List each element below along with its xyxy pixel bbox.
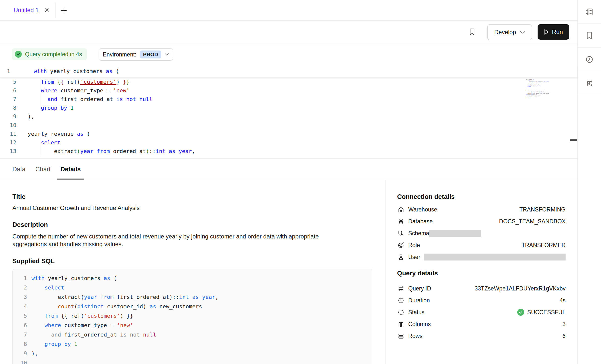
code-line: 4 count(distinct customer_id) as new_cus…: [16, 302, 372, 311]
connection-details-heading: Connection details: [397, 193, 566, 201]
schema-icon: [397, 230, 405, 237]
code-line: 8 group by 1: [0, 104, 195, 112]
detail-row: RoleTRANSFORMER: [397, 239, 566, 251]
line-number: 9: [16, 349, 29, 358]
new-tab-button[interactable]: [59, 5, 69, 15]
detail-value: SUCCESSFUL: [517, 309, 566, 316]
line-number: 5: [16, 311, 29, 321]
chevron-down-icon: [520, 31, 525, 34]
detail-value: TRANSFORMER: [521, 242, 566, 249]
detail-row: Duration4s: [397, 294, 566, 306]
run-label: Run: [552, 28, 563, 35]
bookmark-icon: [469, 28, 475, 36]
detail-label: User: [408, 254, 420, 260]
indent-guide: [41, 138, 41, 156]
title-value: Annual Customer Growth and Revenue Analy…: [12, 205, 373, 211]
user-icon: [397, 254, 405, 260]
detail-value: 4s: [560, 297, 566, 304]
code-line: 13 extract(year from ordered_at)::int as…: [0, 147, 195, 156]
code-line: 9),: [16, 349, 372, 358]
success-check-icon: [517, 309, 524, 316]
code-line: 6 where customer_type = 'new': [16, 321, 372, 330]
connection-details-rows: WarehouseTRANSFORMINGDatabaseDOCS_TEAM_S…: [397, 204, 566, 263]
query-status-text: Query completed in 4s: [25, 51, 82, 58]
environment-select[interactable]: Environment: PROD: [99, 48, 173, 61]
tab-details[interactable]: Details: [60, 158, 81, 180]
tab-chart[interactable]: Chart: [35, 158, 51, 180]
detail-row: Query ID33TZseWpe1ALFDUYerxR1gVKxbv: [397, 283, 566, 294]
right-sidebar: [577, 0, 601, 364]
code-line: order by 1: [516, 98, 553, 99]
code-line: 1with yearly_customers as (: [0, 66, 577, 77]
history-clock-icon[interactable]: [578, 48, 601, 71]
develop-button[interactable]: Develop: [487, 24, 532, 40]
details-right-column: Connection details WarehouseTRANSFORMING…: [397, 180, 566, 342]
sticky-line: 1with yearly_customers as (: [0, 66, 577, 78]
close-tab-icon[interactable]: [43, 6, 51, 14]
code-line: 6 where customer_type = 'new': [0, 86, 195, 95]
code-line: 5 from {{ ref('customers') }}: [16, 311, 372, 321]
line-number: 8: [16, 339, 29, 349]
bookmark-icon[interactable]: [578, 24, 601, 48]
code-line: 10: [0, 121, 195, 130]
detail-label: Query ID: [408, 285, 431, 292]
detail-value: 3: [562, 321, 566, 328]
detail-label: Role: [408, 242, 420, 249]
detail-value: 6: [562, 333, 566, 339]
hash-icon: [397, 285, 405, 292]
columns-icon: [397, 321, 405, 328]
description-value: Compute the number of new customers and …: [12, 233, 352, 248]
supplied-sql-block: 1with yearly_customers as (2 select3 ext…: [12, 269, 372, 364]
detail-label: Schema: [408, 230, 429, 237]
supplied-sql-heading: Supplied SQL: [12, 257, 373, 265]
results-tab-bar: DataChartDetails: [0, 158, 577, 180]
tab-bar: Untitled 1: [0, 0, 577, 21]
bookmark-button[interactable]: [466, 26, 478, 38]
code-line: 1with yearly_customers as (: [16, 274, 372, 283]
query-details-heading: Query details: [397, 269, 566, 277]
notebook-icon[interactable]: [578, 0, 601, 24]
detail-row: User: [397, 251, 566, 263]
line-number: 7: [0, 95, 18, 104]
detail-row: DatabaseDOCS_TEAM_SANDBOX: [397, 215, 566, 227]
line-number: 6: [16, 321, 29, 330]
code-line: 12 select: [0, 138, 195, 147]
develop-label: Develop: [494, 29, 516, 36]
detail-value: 33TZseWpe1ALFDUYerxR1gVKxbv: [475, 285, 566, 292]
detail-label: Warehouse: [408, 206, 437, 213]
environment-badge: PROD: [140, 51, 162, 58]
details-panel: Title Annual Customer Growth and Revenue…: [0, 180, 577, 364]
code-editor[interactable]: 1with yearly_customers as ( 5 from {{ re…: [0, 65, 577, 159]
code-line: 10: [16, 358, 372, 364]
play-icon: [544, 29, 549, 35]
redacted-value: [429, 230, 481, 237]
scrollbar-thumb[interactable]: [570, 139, 577, 141]
line-number: 2: [16, 283, 29, 292]
line-number: 6: [0, 86, 18, 95]
line-number: 1: [0, 66, 11, 77]
tab-title-label: Untitled 1: [14, 7, 39, 14]
line-number: 9: [0, 112, 18, 121]
query-status-pill: Query completed in 4s: [12, 48, 87, 60]
line-number: 10: [16, 358, 29, 364]
line-number: 7: [16, 330, 29, 339]
tab-untitled-1[interactable]: Untitled 1: [14, 0, 39, 20]
detail-row: WarehouseTRANSFORMING: [397, 204, 566, 215]
line-number: 1: [16, 274, 29, 283]
chevron-down-icon: [165, 53, 169, 56]
code-line: 8 group by 1: [16, 339, 372, 349]
ai-compass-icon[interactable]: [578, 71, 601, 95]
code-line: 11yearly_revenue as (: [0, 130, 195, 138]
details-divider: [385, 180, 385, 364]
line-number: 5: [0, 78, 18, 86]
code-line: 9),: [0, 112, 195, 121]
run-button[interactable]: Run: [538, 24, 569, 40]
rows-icon: [397, 333, 405, 339]
details-left-column: Title Annual Customer Growth and Revenue…: [12, 180, 373, 364]
spinner-icon: [397, 309, 405, 316]
line-number: 8: [0, 104, 18, 112]
line-number: 10: [0, 121, 18, 130]
code-line: 7 and first_ordered_at is not null: [16, 330, 372, 339]
detail-row: Columns3: [397, 318, 566, 330]
tab-data[interactable]: Data: [12, 158, 26, 180]
